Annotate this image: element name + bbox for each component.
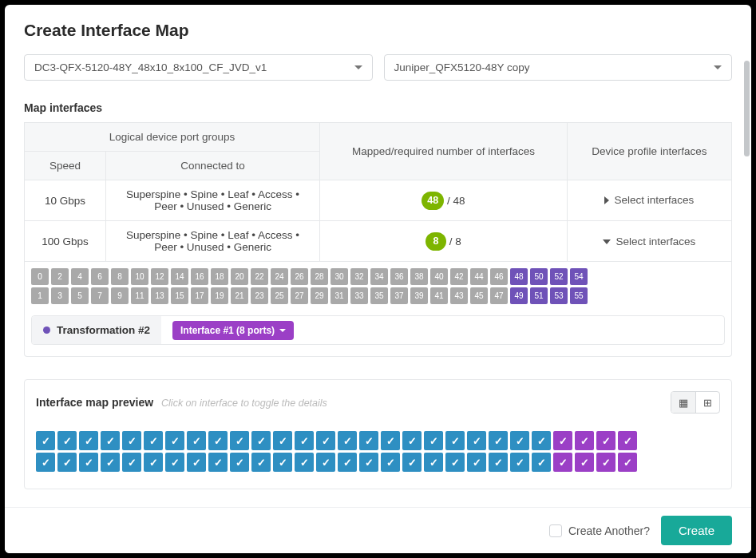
port-19[interactable]: 19 — [211, 287, 228, 304]
port-51[interactable]: 51 — [530, 287, 548, 304]
create-another-label[interactable]: Create Another? — [549, 524, 650, 537]
port-40[interactable]: 40 — [430, 268, 448, 285]
port-33[interactable]: 33 — [350, 287, 368, 304]
preview-port[interactable]: ✓ — [208, 431, 228, 450]
preview-port[interactable]: ✓ — [101, 431, 120, 450]
port-21[interactable]: 21 — [231, 287, 248, 304]
preview-port[interactable]: ✓ — [251, 431, 271, 450]
port-41[interactable]: 41 — [430, 287, 448, 304]
port-35[interactable]: 35 — [370, 287, 388, 304]
preview-port[interactable]: ✓ — [467, 431, 486, 450]
preview-port[interactable]: ✓ — [532, 431, 551, 450]
preview-port[interactable]: ✓ — [144, 453, 163, 472]
preview-port[interactable]: ✓ — [402, 453, 422, 472]
preview-port[interactable]: ✓ — [122, 453, 141, 472]
preview-port[interactable]: ✓ — [273, 431, 292, 450]
preview-port[interactable]: ✓ — [36, 453, 55, 472]
preview-port[interactable]: ✓ — [445, 453, 465, 472]
port-27[interactable]: 27 — [291, 287, 308, 304]
port-6[interactable]: 6 — [91, 268, 109, 285]
port-47[interactable]: 47 — [490, 287, 508, 304]
preview-port[interactable]: ✓ — [338, 431, 357, 450]
preview-port[interactable]: ✓ — [467, 453, 486, 472]
interface-pill[interactable]: Interface #1 (8 ports) — [172, 321, 294, 340]
port-8[interactable]: 8 — [111, 268, 129, 285]
preview-port[interactable]: ✓ — [57, 431, 77, 450]
port-0[interactable]: 0 — [31, 268, 49, 285]
preview-port[interactable]: ✓ — [381, 431, 400, 450]
preview-port[interactable]: ✓ — [230, 431, 249, 450]
port-1[interactable]: 1 — [31, 287, 49, 304]
preview-port[interactable]: ✓ — [489, 431, 508, 450]
preview-port[interactable]: ✓ — [445, 431, 465, 450]
preview-port[interactable]: ✓ — [381, 453, 400, 472]
preview-port[interactable]: ✓ — [618, 453, 637, 472]
port-22[interactable]: 22 — [251, 268, 268, 285]
port-12[interactable]: 12 — [151, 268, 168, 285]
port-43[interactable]: 43 — [450, 287, 468, 304]
grid-view-button[interactable]: ▦ — [671, 392, 695, 413]
preview-port[interactable]: ✓ — [165, 453, 184, 472]
port-16[interactable]: 16 — [191, 268, 208, 285]
preview-port[interactable]: ✓ — [144, 431, 163, 450]
port-52[interactable]: 52 — [550, 268, 568, 285]
preview-port[interactable]: ✓ — [359, 431, 378, 450]
preview-port[interactable]: ✓ — [57, 453, 77, 472]
port-50[interactable]: 50 — [530, 268, 548, 285]
preview-port[interactable]: ✓ — [122, 431, 141, 450]
create-button[interactable]: Create — [661, 516, 732, 545]
preview-port[interactable]: ✓ — [424, 453, 443, 472]
preview-port[interactable]: ✓ — [165, 431, 184, 450]
preview-port[interactable]: ✓ — [36, 431, 55, 450]
port-11[interactable]: 11 — [131, 287, 148, 304]
preview-port[interactable]: ✓ — [295, 431, 314, 450]
preview-port[interactable]: ✓ — [295, 453, 314, 472]
port-32[interactable]: 32 — [350, 268, 368, 285]
preview-port[interactable]: ✓ — [101, 453, 120, 472]
preview-port[interactable]: ✓ — [316, 453, 335, 472]
preview-port[interactable]: ✓ — [79, 453, 98, 472]
port-9[interactable]: 9 — [111, 287, 129, 304]
preview-port[interactable]: ✓ — [618, 431, 637, 450]
preview-port[interactable]: ✓ — [338, 453, 357, 472]
port-3[interactable]: 3 — [51, 287, 69, 304]
preview-port[interactable]: ✓ — [187, 453, 206, 472]
port-53[interactable]: 53 — [550, 287, 568, 304]
create-another-checkbox[interactable] — [549, 524, 562, 537]
port-31[interactable]: 31 — [331, 287, 348, 304]
port-49[interactable]: 49 — [510, 287, 528, 304]
preview-port[interactable]: ✓ — [553, 431, 572, 450]
preview-port[interactable]: ✓ — [575, 453, 594, 472]
port-25[interactable]: 25 — [271, 287, 288, 304]
preview-port[interactable]: ✓ — [489, 453, 508, 472]
port-26[interactable]: 26 — [291, 268, 308, 285]
preview-port[interactable]: ✓ — [251, 453, 271, 472]
select-interfaces-cell[interactable]: Select interfaces — [567, 180, 731, 221]
port-39[interactable]: 39 — [410, 287, 428, 304]
preview-port[interactable]: ✓ — [273, 453, 292, 472]
port-42[interactable]: 42 — [450, 268, 468, 285]
preview-port[interactable]: ✓ — [553, 453, 572, 472]
preview-port[interactable]: ✓ — [424, 431, 443, 450]
port-24[interactable]: 24 — [271, 268, 288, 285]
port-4[interactable]: 4 — [71, 268, 89, 285]
port-36[interactable]: 36 — [390, 268, 408, 285]
port-18[interactable]: 18 — [211, 268, 228, 285]
preview-port[interactable]: ✓ — [532, 453, 551, 472]
preview-port[interactable]: ✓ — [79, 431, 98, 450]
preview-port[interactable]: ✓ — [510, 431, 529, 450]
preview-port[interactable]: ✓ — [359, 453, 378, 472]
logical-device-select[interactable]: DC3-QFX-5120-48Y_48x10_8x100_CF_JVD_v1 — [24, 54, 373, 81]
preview-port[interactable]: ✓ — [575, 431, 594, 450]
port-23[interactable]: 23 — [251, 287, 268, 304]
port-37[interactable]: 37 — [390, 287, 408, 304]
port-29[interactable]: 29 — [311, 287, 328, 304]
port-54[interactable]: 54 — [570, 268, 588, 285]
preview-port[interactable]: ✓ — [208, 453, 228, 472]
port-2[interactable]: 2 — [51, 268, 69, 285]
transformation-label[interactable]: Transformation #2 — [32, 316, 161, 344]
preview-port[interactable]: ✓ — [230, 453, 249, 472]
port-14[interactable]: 14 — [171, 268, 188, 285]
port-17[interactable]: 17 — [191, 287, 208, 304]
port-5[interactable]: 5 — [71, 287, 89, 304]
